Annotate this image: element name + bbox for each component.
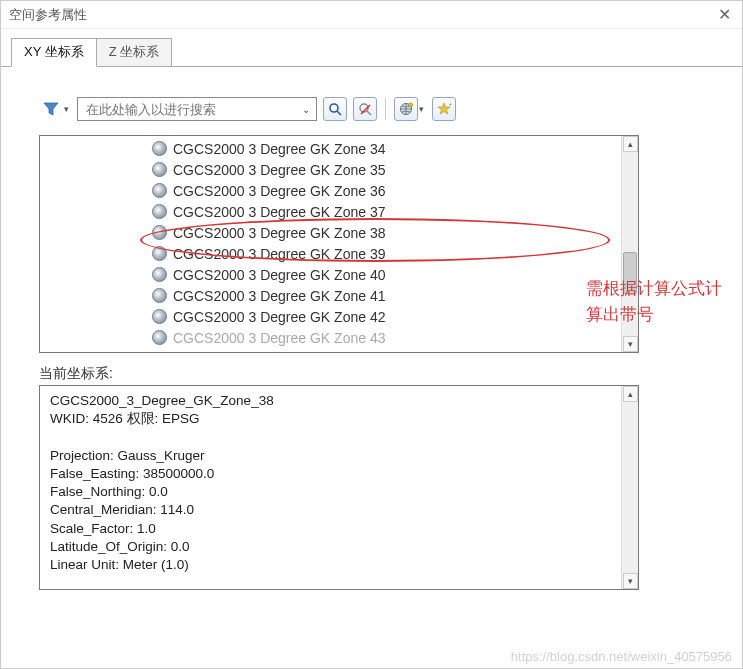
scroll-up-icon[interactable]: ▴ bbox=[623, 136, 638, 152]
current-crs-label: 当前坐标系: bbox=[39, 365, 718, 383]
chevron-down-icon[interactable]: ⌄ bbox=[300, 104, 312, 115]
search-go-icon bbox=[328, 102, 342, 116]
search-clear-icon bbox=[358, 102, 372, 116]
globe-icon bbox=[152, 183, 167, 198]
tab-bar: XY 坐标系 Z 坐标系 bbox=[1, 29, 742, 66]
list-item-label: CGCS2000 3 Degree GK Zone 42 bbox=[173, 309, 385, 325]
new-crs-button[interactable]: ▾ bbox=[394, 97, 426, 121]
search-input-combo[interactable]: ⌄ bbox=[77, 97, 317, 121]
scroll-up-icon[interactable]: ▴ bbox=[623, 386, 638, 402]
chevron-down-icon: ▾ bbox=[418, 104, 426, 114]
svg-line-1 bbox=[337, 111, 341, 115]
list-item[interactable]: CGCS2000 3 Degree GK Zone 35 bbox=[148, 159, 638, 180]
scroll-down-icon[interactable]: ▾ bbox=[623, 336, 638, 352]
scrollbar[interactable]: ▴ ▾ bbox=[621, 386, 638, 589]
list-item[interactable]: CGCS2000 3 Degree GK Zone 39 bbox=[148, 243, 638, 264]
window-title: 空间参考属性 bbox=[9, 6, 87, 24]
globe-icon bbox=[152, 267, 167, 282]
svg-text:+: + bbox=[449, 102, 451, 108]
list-item-label: CGCS2000 3 Degree GK Zone 38 bbox=[173, 225, 385, 241]
search-go-button[interactable] bbox=[323, 97, 347, 121]
list-item-label: CGCS2000 3 Degree GK Zone 40 bbox=[173, 267, 385, 283]
crs-detail-box: CGCS2000_3_Degree_GK_Zone_38 WKID: 4526 … bbox=[39, 385, 639, 590]
list-item[interactable]: CGCS2000 3 Degree GK Zone 37 bbox=[148, 201, 638, 222]
list-item-label: CGCS2000 3 Degree GK Zone 37 bbox=[173, 204, 385, 220]
spatial-reference-dialog: 空间参考属性 ✕ XY 坐标系 Z 坐标系 ▾ ⌄ bbox=[0, 0, 743, 669]
list-item-label: CGCS2000 3 Degree GK Zone 34 bbox=[173, 141, 385, 157]
filter-button[interactable]: ▾ bbox=[39, 97, 71, 121]
tab-panel-xy: ▾ ⌄ ▾ + CGCS2000 bbox=[1, 66, 742, 600]
svg-point-0 bbox=[330, 104, 338, 112]
list-item-label: CGCS2000 3 Degree GK Zone 39 bbox=[173, 246, 385, 262]
list-item-label: CGCS2000 3 Degree GK Zone 36 bbox=[173, 183, 385, 199]
list-item[interactable]: CGCS2000 3 Degree GK Zone 41 bbox=[148, 285, 638, 306]
titlebar: 空间参考属性 ✕ bbox=[1, 1, 742, 29]
list-item[interactable]: CGCS2000 3 Degree GK Zone 38 bbox=[148, 222, 638, 243]
globe-icon bbox=[152, 330, 167, 345]
watermark: https://blog.csdn.net/weixin_40575956 bbox=[511, 649, 732, 664]
crs-detail-text: CGCS2000_3_Degree_GK_Zone_38 WKID: 4526 … bbox=[40, 386, 638, 580]
globe-icon bbox=[152, 225, 167, 240]
list-item[interactable]: CGCS2000 3 Degree GK Zone 43 bbox=[148, 327, 638, 348]
favorite-icon: + bbox=[437, 102, 451, 116]
crs-list: CGCS2000 3 Degree GK Zone 34CGCS2000 3 D… bbox=[39, 135, 639, 353]
filter-icon bbox=[39, 97, 63, 121]
search-toolbar: ▾ ⌄ ▾ + bbox=[39, 97, 718, 121]
svg-line-3 bbox=[367, 111, 371, 115]
search-input[interactable] bbox=[84, 101, 300, 118]
globe-icon bbox=[152, 246, 167, 261]
list-item[interactable]: CGCS2000 3 Degree GK Zone 40 bbox=[148, 264, 638, 285]
toolbar-separator bbox=[385, 98, 386, 120]
favorite-button[interactable]: + bbox=[432, 97, 456, 121]
globe-icon bbox=[152, 288, 167, 303]
chevron-down-icon: ▾ bbox=[63, 104, 71, 114]
scroll-down-icon[interactable]: ▾ bbox=[623, 573, 638, 589]
globe-icon bbox=[152, 309, 167, 324]
close-icon[interactable]: ✕ bbox=[714, 5, 734, 24]
new-crs-icon bbox=[394, 97, 418, 121]
search-clear-button[interactable] bbox=[353, 97, 377, 121]
list-item[interactable]: CGCS2000 3 Degree GK Zone 36 bbox=[148, 180, 638, 201]
list-item-label: CGCS2000 3 Degree GK Zone 35 bbox=[173, 162, 385, 178]
list-item-label: CGCS2000 3 Degree GK Zone 41 bbox=[173, 288, 385, 304]
scrollbar[interactable]: ▴ ▾ bbox=[621, 136, 638, 352]
globe-icon bbox=[152, 141, 167, 156]
list-item[interactable]: CGCS2000 3 Degree GK Zone 34 bbox=[148, 138, 638, 159]
list-item[interactable]: CGCS2000 3 Degree GK Zone 42 bbox=[148, 306, 638, 327]
scroll-thumb[interactable] bbox=[623, 252, 637, 294]
globe-icon bbox=[152, 162, 167, 177]
tab-z-crs[interactable]: Z 坐标系 bbox=[96, 38, 173, 67]
list-item-label: CGCS2000 3 Degree GK Zone 43 bbox=[173, 330, 385, 346]
tab-xy-crs[interactable]: XY 坐标系 bbox=[11, 38, 97, 67]
globe-icon bbox=[152, 204, 167, 219]
svg-point-6 bbox=[409, 103, 413, 107]
